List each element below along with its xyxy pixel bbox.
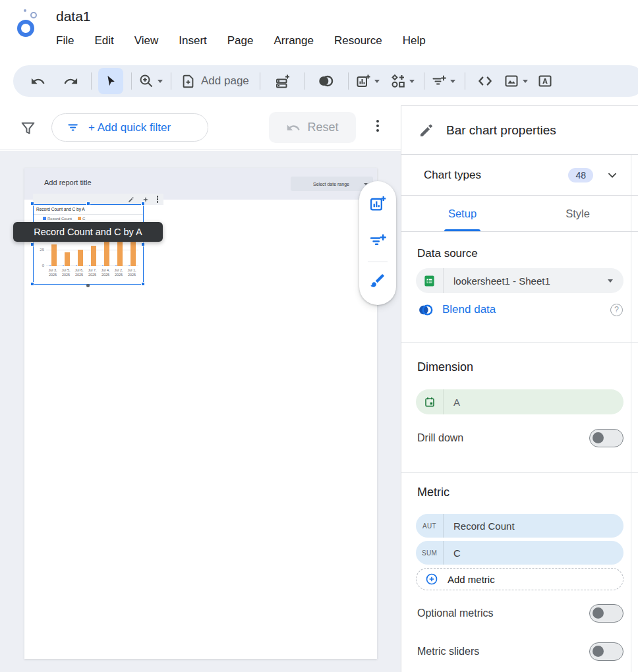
undo-button[interactable] xyxy=(25,68,50,94)
fab-add-chart-button[interactable] xyxy=(359,185,396,222)
fab-add-control-button[interactable] xyxy=(359,222,396,259)
metric-sliders-row: Metric sliders xyxy=(417,640,624,663)
menu-insert[interactable]: Insert xyxy=(179,34,207,47)
chart-types-count-badge: 48 xyxy=(568,168,593,182)
selection-handle[interactable] xyxy=(30,282,34,286)
menu-help[interactable]: Help xyxy=(403,34,426,47)
metric-name: Record Count xyxy=(444,520,624,532)
chart-bar xyxy=(63,266,64,266)
menu-arrange[interactable]: Arrange xyxy=(274,34,313,47)
chevron-down-icon[interactable] xyxy=(605,168,620,182)
chart-title: Record Count and C by A xyxy=(34,205,143,215)
toggle-knob xyxy=(593,432,604,443)
filter-list-icon xyxy=(67,121,80,134)
metric-chip-c[interactable]: SUM C xyxy=(416,541,624,565)
menu-view[interactable]: View xyxy=(134,34,159,47)
add-image-caret-icon xyxy=(523,80,528,83)
toggle-knob xyxy=(593,646,604,657)
section-divider xyxy=(401,342,638,343)
toolbar-divider xyxy=(424,72,424,90)
menu-file[interactable]: File xyxy=(56,34,74,47)
report-name[interactable]: data1 xyxy=(56,9,91,24)
pencil-icon xyxy=(419,123,434,138)
add-chart-caret-icon xyxy=(374,80,380,83)
bar-chart-widget[interactable]: Record Count and C by A Record CountC 02… xyxy=(33,204,144,285)
add-control-caret-icon xyxy=(409,80,415,83)
toolbar-divider xyxy=(91,72,92,90)
metric-name: C xyxy=(444,547,624,559)
select-tool-button[interactable] xyxy=(98,68,123,94)
selection-handle[interactable] xyxy=(30,202,34,206)
add-chart-button[interactable] xyxy=(355,68,380,94)
add-page-button[interactable]: Add page xyxy=(181,68,249,94)
add-quick-filter-label: + Add quick filter xyxy=(88,121,171,134)
toolbar-divider xyxy=(348,72,349,90)
kebab-dot xyxy=(376,125,379,127)
edit-pencil-icon[interactable] xyxy=(128,196,134,203)
metric-chip-record-count[interactable]: AUT Record Count xyxy=(416,514,624,538)
chart-more-button[interactable] xyxy=(157,196,159,203)
add-chart-icon xyxy=(355,73,371,89)
active-tab-indicator xyxy=(444,229,480,231)
zoom-tool-button[interactable] xyxy=(138,68,163,94)
dimension-field-chip[interactable]: A xyxy=(416,389,624,414)
tab-setup[interactable]: Setup xyxy=(428,196,497,232)
kebab-dot xyxy=(157,201,159,203)
metric-sliders-toggle[interactable] xyxy=(589,642,624,661)
blend-icon xyxy=(317,72,334,90)
undo-icon xyxy=(30,74,45,89)
menu-page[interactable]: Page xyxy=(227,34,254,47)
chart-bar xyxy=(51,244,57,266)
reset-button[interactable]: Reset xyxy=(269,112,356,143)
add-metric-label: Add metric xyxy=(448,574,495,585)
menu-edit[interactable]: Edit xyxy=(94,34,113,47)
selection-handle[interactable] xyxy=(141,202,145,206)
filter-bar-more-button[interactable] xyxy=(376,120,379,132)
funnel-icon[interactable] xyxy=(20,120,36,136)
chart-types-row[interactable]: Chart types 48 xyxy=(401,155,638,196)
blend-data-button[interactable] xyxy=(311,68,340,94)
data-source-name: lookersheet1 - Sheet1 xyxy=(444,275,604,287)
redo-button[interactable] xyxy=(58,68,83,94)
add-quick-filter-button[interactable]: + Add quick filter xyxy=(51,113,208,142)
legend-swatch xyxy=(43,217,46,220)
optional-metrics-label: Optional metrics xyxy=(417,607,589,619)
report-title-placeholder[interactable]: Add report title xyxy=(44,179,92,186)
drag-handle[interactable] xyxy=(86,284,90,287)
date-range-label: Select date range xyxy=(299,182,364,186)
data-source-icon-zone xyxy=(416,268,444,293)
add-filter-button[interactable] xyxy=(431,68,455,94)
add-data-button[interactable] xyxy=(270,68,296,94)
chart-tooltip: Record Count and C by A xyxy=(13,222,163,242)
drill-down-toggle[interactable] xyxy=(589,429,624,447)
add-metric-button[interactable]: Add metric xyxy=(416,568,624,590)
add-text-button[interactable] xyxy=(533,68,557,94)
add-filter-caret-icon xyxy=(450,80,455,83)
selection-handle[interactable] xyxy=(86,202,90,206)
tab-style[interactable]: Style xyxy=(543,196,612,232)
menu-bar: File Edit View Insert Page Arrange Resou… xyxy=(56,34,426,47)
chart-bar xyxy=(65,252,70,266)
kebab-dot xyxy=(376,129,379,132)
fab-theme-button[interactable] xyxy=(359,265,396,296)
panel-scrollbar[interactable] xyxy=(631,155,631,672)
selection-handle[interactable] xyxy=(30,242,34,246)
selection-handle[interactable] xyxy=(141,242,145,246)
help-icon[interactable]: ? xyxy=(610,304,623,316)
chart-bar xyxy=(49,266,51,266)
selection-handle[interactable] xyxy=(141,282,145,286)
optional-metrics-toggle[interactable] xyxy=(589,604,624,623)
menu-resource[interactable]: Resource xyxy=(334,34,382,47)
legend-swatch xyxy=(78,217,81,220)
add-image-button[interactable] xyxy=(504,68,528,94)
blend-data-link[interactable]: Blend data xyxy=(442,303,602,316)
dimension-label: Dimension xyxy=(417,360,473,374)
data-source-selector[interactable]: lookersheet1 - Sheet1 xyxy=(416,268,624,293)
chart-bar xyxy=(129,266,130,266)
embed-button[interactable] xyxy=(472,68,498,94)
add-page-icon xyxy=(181,74,196,89)
looker-studio-logo[interactable] xyxy=(16,9,45,41)
add-control-button[interactable] xyxy=(390,68,415,94)
blend-icon[interactable] xyxy=(417,302,434,318)
section-divider xyxy=(401,472,638,473)
